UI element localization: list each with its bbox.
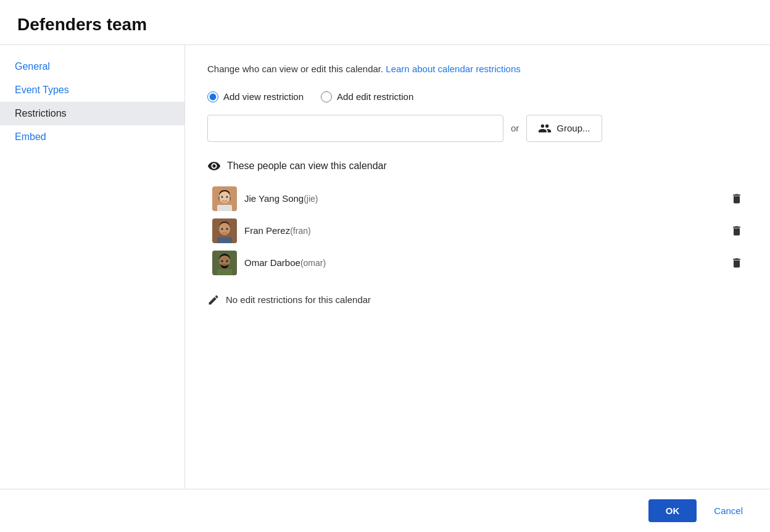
avatar xyxy=(212,218,237,243)
radio-view-option[interactable]: Add view restriction xyxy=(207,91,304,102)
person-name: Omar Darboe(omar) xyxy=(244,257,718,268)
or-label: or xyxy=(511,123,519,133)
delete-person-button[interactable] xyxy=(726,190,748,207)
radio-edit-label: Add edit restriction xyxy=(337,91,413,102)
group-button-label: Group... xyxy=(557,123,590,133)
description-text: Change who can view or edit this calenda… xyxy=(207,62,748,77)
svg-rect-9 xyxy=(217,237,232,243)
search-row: or Group... xyxy=(207,115,748,142)
no-edit-row: No edit restrictions for this calendar xyxy=(207,294,748,306)
radio-group: Add view restriction Add edit restrictio… xyxy=(207,91,748,102)
avatar-face-3 xyxy=(212,251,237,275)
trash-icon xyxy=(731,225,743,237)
delete-person-button[interactable] xyxy=(726,254,748,272)
svg-point-3 xyxy=(226,196,228,197)
sidebar-item-general[interactable]: General xyxy=(0,55,184,78)
svg-rect-14 xyxy=(217,269,232,275)
table-row: Jie Yang Song(jie) xyxy=(212,183,748,215)
radio-view-input[interactable] xyxy=(207,91,218,102)
person-username: (fran) xyxy=(290,226,310,236)
no-edit-label: No edit restrictions for this calendar xyxy=(226,294,371,305)
view-section-label: These people can view this calendar xyxy=(227,160,387,172)
table-row: Omar Darboe(omar) xyxy=(212,247,748,279)
view-section-header: These people can view this calendar xyxy=(207,159,748,173)
avatar-face-1 xyxy=(212,186,237,211)
sidebar-item-restrictions[interactable]: Restrictions xyxy=(0,102,184,125)
group-button[interactable]: Group... xyxy=(526,115,602,142)
main-content: Change who can view or edit this calenda… xyxy=(185,45,770,489)
sidebar: General Event Types Restrictions Embed xyxy=(0,45,185,489)
svg-point-12 xyxy=(221,260,223,262)
cancel-button[interactable]: Cancel xyxy=(704,499,753,522)
trash-icon xyxy=(731,257,743,269)
ok-button[interactable]: OK xyxy=(648,499,697,522)
svg-point-8 xyxy=(226,228,228,230)
person-username: (omar) xyxy=(300,258,326,268)
delete-person-button[interactable] xyxy=(726,222,748,239)
people-list: Jie Yang Song(jie) xyxy=(212,183,748,279)
page-header: Defenders team xyxy=(0,0,770,45)
page-title: Defenders team xyxy=(17,15,753,35)
svg-point-7 xyxy=(221,228,223,230)
pencil-icon xyxy=(207,294,220,306)
sidebar-item-embed[interactable]: Embed xyxy=(0,125,184,149)
svg-rect-4 xyxy=(217,205,232,211)
avatar xyxy=(212,251,237,275)
trash-icon xyxy=(731,193,743,205)
radio-edit-option[interactable]: Add edit restriction xyxy=(321,91,413,102)
group-icon xyxy=(538,122,552,135)
svg-point-2 xyxy=(221,196,223,197)
radio-edit-input[interactable] xyxy=(321,91,332,102)
sidebar-item-event-types[interactable]: Event Types xyxy=(0,78,184,102)
page-footer: OK Cancel xyxy=(0,489,770,532)
learn-link[interactable]: Learn about calendar restrictions xyxy=(386,64,520,74)
avatar xyxy=(212,186,237,211)
eye-icon xyxy=(207,159,221,173)
person-name: Jie Yang Song(jie) xyxy=(244,193,718,204)
avatar-face-2 xyxy=(212,218,237,243)
person-name: Fran Perez(fran) xyxy=(244,225,718,236)
radio-view-label: Add view restriction xyxy=(223,91,304,102)
search-input[interactable] xyxy=(207,115,503,142)
svg-point-13 xyxy=(226,260,228,262)
table-row: Fran Perez(fran) xyxy=(212,215,748,247)
page-body: General Event Types Restrictions Embed C… xyxy=(0,45,770,489)
person-username: (jie) xyxy=(304,194,318,204)
